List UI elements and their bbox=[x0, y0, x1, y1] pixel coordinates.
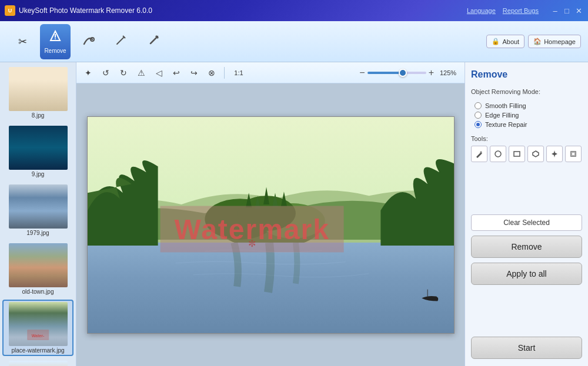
brush-tool-btn[interactable] bbox=[106, 24, 136, 59]
minimize-btn[interactable]: – bbox=[550, 6, 560, 15]
remove-icon bbox=[49, 29, 62, 45]
circle-tool-btn[interactable] bbox=[490, 146, 506, 162]
remove-tool-label: Remove bbox=[44, 48, 66, 54]
image-container: Watermark ✼ bbox=[87, 116, 455, 334]
zoom-plus-btn[interactable]: + bbox=[429, 68, 434, 78]
tools-section: Tools: bbox=[471, 135, 582, 162]
zoom-minus-btn[interactable]: − bbox=[359, 68, 365, 78]
svg-point-12 bbox=[495, 151, 501, 157]
mode-radio-group: Smooth Filling Edge Filling Texture Repa… bbox=[475, 102, 582, 128]
object-removing-mode-label: Object Removing Mode: bbox=[471, 88, 582, 95]
rect-tool-btn[interactable] bbox=[509, 146, 525, 162]
edge-radio-dot bbox=[475, 112, 482, 119]
app-logo: U UkeySoft Photo Watermark Remover 6.0.0 bbox=[5, 5, 467, 16]
pattern-tool-btn[interactable]: ✦ bbox=[81, 66, 95, 80]
thumb-8jpg-label: 8.jpg bbox=[32, 112, 45, 119]
close-btn[interactable]: ✕ bbox=[574, 6, 583, 15]
apply-to-all-btn[interactable]: Apply to all bbox=[471, 263, 582, 285]
thumbnail-8jpg[interactable]: 8.jpg bbox=[2, 65, 74, 121]
image-toolbar: ✦ ↺ ↻ ⚠ ◁ ↩ ↪ ⊗ 1:1 − + 125% bbox=[76, 62, 465, 83]
report-bugs-btn[interactable]: Report Bugs bbox=[503, 7, 539, 14]
smooth-filling-label: Smooth Filling bbox=[485, 102, 526, 109]
toolbar-divider bbox=[224, 67, 225, 79]
lock-icon: 🔒 bbox=[492, 38, 500, 45]
redo-btn[interactable]: ↪ bbox=[187, 66, 201, 80]
svg-marker-14 bbox=[533, 151, 539, 157]
zoom-slider[interactable] bbox=[368, 72, 426, 74]
edge-filling-label: Edge Filling bbox=[485, 112, 519, 119]
smooth-filling-radio[interactable]: Smooth Filling bbox=[475, 102, 582, 109]
zoom-ratio-label: 1:1 bbox=[230, 69, 248, 76]
flip-v-btn[interactable]: ⚠ bbox=[134, 66, 148, 80]
app-title: UkeySoft Photo Watermark Remover 6.0.0 bbox=[19, 6, 152, 15]
crop-icon: ✂ bbox=[18, 35, 27, 48]
edge-filling-radio[interactable]: Edge Filling bbox=[475, 112, 582, 119]
zoom-percent-label: 125% bbox=[436, 69, 460, 76]
thumb-oldtown-label: old-town.jpg bbox=[22, 288, 54, 295]
remove-btn[interactable]: Remove bbox=[471, 236, 582, 258]
canvas-display[interactable]: Watermark ✼ bbox=[76, 83, 465, 366]
toolbar-right: 🔒 About 🏠 Homepage bbox=[486, 35, 581, 48]
repair-icon bbox=[148, 33, 161, 49]
brush-icon bbox=[115, 33, 128, 49]
svg-point-2 bbox=[55, 38, 56, 39]
logo-icon: U bbox=[5, 5, 15, 16]
language-btn[interactable]: Language bbox=[467, 7, 496, 14]
panel-title: Remove bbox=[471, 69, 582, 80]
thumbnail-6[interactable] bbox=[2, 358, 74, 366]
title-bar-right: Language Report Bugs – □ ✕ bbox=[467, 6, 583, 15]
about-label: About bbox=[502, 38, 519, 45]
tools-label: Tools: bbox=[471, 135, 582, 142]
main-area: 8.jpg 9.jpg 1979.jpg old-town.jpg Water-… bbox=[0, 62, 588, 366]
remove-tool-btn[interactable]: Remove bbox=[40, 24, 71, 59]
homepage-label: Homepage bbox=[544, 38, 576, 45]
thumb-1979jpg-label: 1979.jpg bbox=[26, 230, 49, 236]
tools-row bbox=[471, 146, 582, 162]
main-toolbar: ✂ Remove bbox=[0, 21, 588, 62]
texture-repair-radio[interactable]: Texture Repair bbox=[475, 121, 582, 128]
magic-tool-btn[interactable] bbox=[546, 146, 563, 162]
thumbnail-1979jpg[interactable]: 1979.jpg bbox=[2, 182, 74, 239]
toolbar-tools: ✂ Remove bbox=[7, 24, 169, 59]
canvas-area: ✦ ↺ ↻ ⚠ ◁ ↩ ↪ ⊗ 1:1 − + 125% bbox=[76, 62, 465, 366]
repair-tool-btn[interactable] bbox=[139, 24, 169, 59]
thumb-placewm-label: place-watermark.jpg bbox=[11, 347, 64, 354]
crop-tool-btn[interactable]: ✂ bbox=[7, 24, 38, 59]
erase-tool-btn[interactable] bbox=[73, 24, 103, 59]
undo-btn[interactable]: ↩ bbox=[169, 66, 183, 80]
cancel-btn[interactable]: ⊗ bbox=[205, 66, 219, 80]
zoom-control: − + 125% bbox=[359, 68, 460, 78]
thumb-9jpg-label: 9.jpg bbox=[32, 171, 45, 177]
watermark-icon: ✼ bbox=[248, 237, 256, 249]
thumbnail-placewm[interactable]: Water- place-watermark.jpg bbox=[2, 300, 74, 356]
window-controls: – □ ✕ bbox=[550, 6, 583, 15]
pencil-tool-btn[interactable] bbox=[471, 146, 487, 162]
maximize-btn[interactable]: □ bbox=[562, 6, 572, 15]
thumbnail-9jpg[interactable]: 9.jpg bbox=[2, 123, 74, 180]
homepage-btn[interactable]: 🏠 Homepage bbox=[528, 35, 581, 48]
thumbnail-oldtown[interactable]: old-town.jpg bbox=[2, 241, 74, 297]
fill-tool-btn[interactable] bbox=[565, 146, 582, 162]
flip-h-btn[interactable]: ◁ bbox=[152, 66, 166, 80]
about-btn[interactable]: 🔒 About bbox=[486, 35, 524, 48]
right-panel: Remove Object Removing Mode: Smooth Fill… bbox=[465, 62, 588, 366]
watermark-selection[interactable]: Watermark ✼ bbox=[161, 206, 344, 252]
rotate-cw-btn[interactable]: ↻ bbox=[116, 66, 131, 80]
texture-repair-label: Texture Repair bbox=[485, 121, 527, 128]
erase-icon bbox=[82, 33, 95, 49]
svg-rect-13 bbox=[514, 152, 520, 156]
smooth-radio-dot bbox=[475, 102, 482, 109]
clear-selected-btn[interactable]: Clear Selected bbox=[471, 214, 582, 231]
texture-radio-dot bbox=[475, 121, 482, 128]
thumbnail-sidebar: 8.jpg 9.jpg 1979.jpg old-town.jpg Water-… bbox=[0, 62, 76, 366]
start-btn[interactable]: Start bbox=[471, 337, 582, 359]
rotate-ccw-btn[interactable]: ↺ bbox=[99, 66, 113, 80]
title-bar: U UkeySoft Photo Watermark Remover 6.0.0… bbox=[0, 0, 588, 21]
polygon-tool-btn[interactable] bbox=[527, 146, 544, 162]
home-icon: 🏠 bbox=[533, 38, 542, 45]
